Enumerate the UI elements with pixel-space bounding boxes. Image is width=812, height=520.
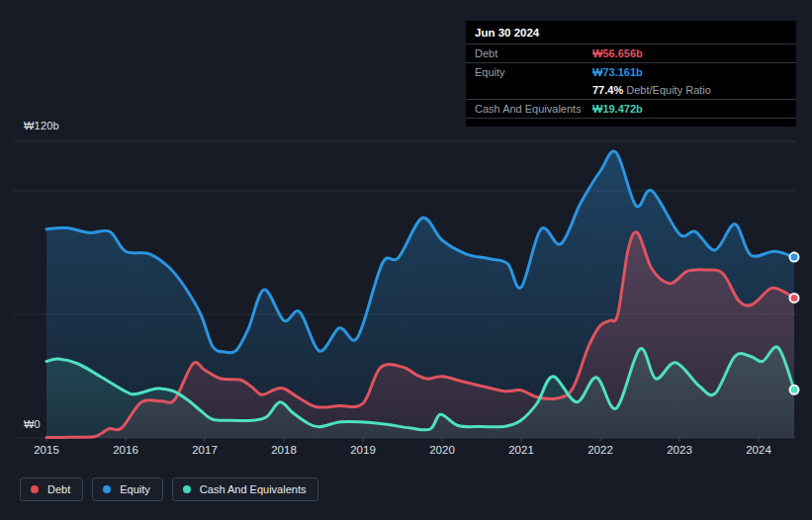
tooltip-ratio-value: 77.4% <box>592 84 623 96</box>
debt-equity-chart-panel: 2015201620172018201920202021202220232024… <box>0 0 812 520</box>
chart-legend: DebtEquityCash And Equivalents <box>20 477 318 501</box>
debt-endpoint-marker <box>790 294 799 303</box>
x-tick-label-2015: 2015 <box>34 444 59 456</box>
y-axis-max-label: ₩120b <box>24 120 59 131</box>
x-tick-label-2019: 2019 <box>350 444 376 456</box>
y-axis-min-label: ₩0 <box>24 418 41 430</box>
debt-legend-dot-icon <box>31 485 39 493</box>
cash-legend-dot-icon <box>183 485 191 493</box>
tooltip: Jun 30 2024 Debt ₩56.656b Equity ₩73.161… <box>466 21 796 127</box>
legend-item-label: Cash And Equivalents <box>200 483 307 495</box>
x-tick-label-2021: 2021 <box>508 444 534 456</box>
x-tick-label-2016: 2016 <box>113 444 138 456</box>
legend-item-label: Debt <box>47 483 70 495</box>
tooltip-ratio-row: 77.4% Debt/Equity Ratio <box>466 81 796 100</box>
x-tick-label-2017: 2017 <box>192 444 218 456</box>
legend-item-cash[interactable]: Cash And Equivalents <box>172 477 319 501</box>
x-tick-label-2018: 2018 <box>271 444 297 456</box>
tooltip-debt-row: Debt ₩56.656b <box>466 44 796 63</box>
tooltip-equity-row: Equity ₩73.161b <box>466 63 796 81</box>
tooltip-date-title: Jun 30 2024 <box>466 21 796 44</box>
tooltip-debt-value: ₩56.656b <box>592 47 787 59</box>
tooltip-cash-row: Cash And Equivalents ₩19.472b <box>466 100 796 119</box>
cash-and-equivalents-endpoint-marker <box>790 386 799 394</box>
tooltip-ratio-label: Debt/Equity Ratio <box>626 84 711 96</box>
equity-legend-dot-icon <box>103 485 111 493</box>
legend-item-label: Equity <box>120 483 150 495</box>
tooltip-debt-label: Debt <box>475 47 592 59</box>
tooltip-equity-value: ₩73.161b <box>592 66 787 78</box>
tooltip-bottom-padding <box>466 119 796 127</box>
x-tick-label-2022: 2022 <box>587 444 613 456</box>
legend-item-debt[interactable]: Debt <box>20 477 83 501</box>
tooltip-cash-value: ₩19.472b <box>592 103 787 115</box>
legend-item-equity[interactable]: Equity <box>92 477 163 501</box>
x-tick-label-2024: 2024 <box>746 444 771 456</box>
x-tick-label-2023: 2023 <box>667 444 692 456</box>
equity-endpoint-marker <box>790 253 799 262</box>
tooltip-equity-label: Equity <box>475 66 592 78</box>
x-tick-label-2020: 2020 <box>429 444 455 456</box>
tooltip-cash-label: Cash And Equivalents <box>475 103 592 115</box>
